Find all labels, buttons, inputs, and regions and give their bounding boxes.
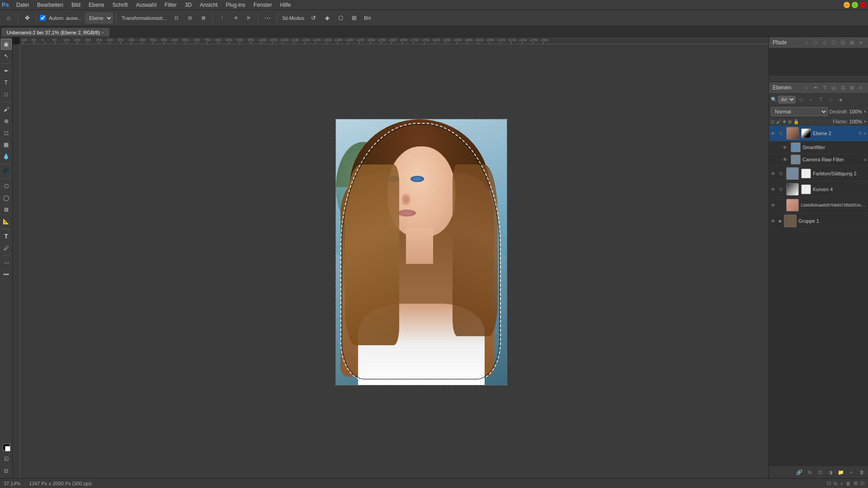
smartfilter-visibility[interactable]	[783, 145, 789, 150]
shape-tool[interactable]: □	[1, 89, 12, 100]
menu-schrift[interactable]: Schrift	[109, 1, 132, 9]
grid-button[interactable]: ⊞	[349, 12, 360, 24]
align-right-button[interactable]: ⊠	[198, 12, 209, 24]
maximize-button[interactable]: □	[852, 2, 858, 8]
layer-ebene2-visibility[interactable]	[771, 131, 777, 136]
status-fullscreen[interactable]: ⊡	[860, 480, 864, 486]
curves4-visibility[interactable]	[771, 187, 777, 192]
add-layer-btn[interactable]: +	[847, 468, 856, 477]
rotate-3d-button[interactable]: ↺	[308, 12, 320, 24]
layer-item-hue-sat[interactable]: ⛓ Farbton/Sättigung 2	[769, 166, 868, 182]
layer-select[interactable]: Ebene	[85, 13, 113, 23]
status-delete-layer[interactable]: 🗑	[846, 481, 851, 486]
status-add-layer[interactable]: +	[840, 481, 843, 486]
layer-item-smartfilter[interactable]: Smartfilter	[769, 141, 868, 154]
paths-diamond-icon[interactable]: ◇	[821, 39, 828, 46]
layers-type-dropdown[interactable]: Art	[778, 96, 796, 103]
delete-layer-btn[interactable]: 🗑	[857, 468, 866, 477]
gruppe1-expand[interactable]: ▶	[779, 219, 782, 223]
path-select-tool[interactable]: ⬡	[1, 181, 12, 192]
crop-tool[interactable]: ⊠	[1, 204, 12, 215]
gradient-tool[interactable]: ▦	[1, 139, 12, 150]
3d-tool[interactable]: ⋯	[1, 258, 12, 268]
home-button[interactable]: ⌂	[3, 12, 14, 24]
layers-icon-4[interactable]: ◎	[830, 84, 837, 91]
layers-icon-3[interactable]: T	[821, 84, 828, 91]
paths-square-icon[interactable]: □	[812, 39, 819, 46]
distribute-right-button[interactable]: ⫸	[243, 12, 255, 24]
filter-smart-btn[interactable]: ◈	[836, 95, 845, 104]
layers-icon-5[interactable]: ⊡	[839, 84, 846, 91]
layers-icon-1[interactable]: ○	[803, 84, 810, 91]
selection-tool[interactable]: ▣	[1, 39, 12, 50]
screen-mode-button[interactable]: ⊡	[1, 465, 12, 476]
clone-tool[interactable]: ⊕	[1, 116, 12, 127]
auto-select-checkbox[interactable]	[40, 15, 46, 21]
blend-mode-select[interactable]: Normal	[771, 107, 828, 116]
layers-icon-6[interactable]: ⊞	[848, 84, 855, 91]
canvas-content[interactable]	[20, 44, 769, 478]
eraser-tool[interactable]: ◻	[1, 127, 12, 138]
close-button[interactable]: ×	[860, 2, 866, 8]
paths-more-icon[interactable]: ≡	[857, 39, 864, 46]
menu-filter[interactable]: Filter	[161, 1, 180, 9]
menu-ansicht[interactable]: Ansicht	[196, 1, 221, 9]
align-center-button[interactable]: ⊟	[184, 12, 196, 24]
minimize-button[interactable]: −	[844, 2, 850, 8]
layer-item-camera-raw[interactable]: 👁 Camera Raw Filter ≡	[769, 154, 868, 166]
layer-item-hash[interactable]: 11b0d5dcae835708d472f6d3f14ca4c7	[769, 197, 868, 213]
quick-mask-button[interactable]: ◱	[1, 453, 12, 464]
layer-style-btn[interactable]: fx	[805, 468, 814, 477]
add-group-btn[interactable]: 📁	[836, 468, 845, 477]
filter-pixel-btn[interactable]: ◻	[797, 95, 806, 104]
filter-shape-btn[interactable]: □	[826, 95, 835, 104]
fill-chevron[interactable]: ▾	[864, 119, 866, 124]
opacity-chevron[interactable]: ▾	[864, 109, 866, 114]
direct-select-tool[interactable]: ↖	[1, 51, 12, 61]
layer-item-ebene2[interactable]: ⛓ Ebene 2 fx ≡	[769, 126, 868, 141]
more-options-button[interactable]: ⋯	[262, 12, 274, 24]
lock-image-btn[interactable]: 🖌	[776, 119, 781, 124]
lasso-tool[interactable]: ◯	[1, 192, 12, 203]
pen-tool[interactable]: ✒	[1, 66, 12, 76]
link-layers-btn[interactable]: 🔗	[795, 468, 804, 477]
gpu-button[interactable]: ⬡	[335, 12, 347, 24]
brush-tool[interactable]: 🖌	[1, 104, 12, 115]
status-more[interactable]: ⊞	[854, 480, 858, 486]
menu-3d[interactable]: 3D	[181, 1, 195, 9]
hue-sat-visibility[interactable]	[771, 171, 777, 176]
align-left-button[interactable]: ⊡	[170, 12, 182, 24]
lock-position-btn[interactable]: ✤	[783, 119, 786, 124]
hash-visibility[interactable]	[771, 202, 777, 208]
camera-raw-visibility[interactable]: 👁	[783, 157, 789, 162]
photo-canvas[interactable]	[335, 119, 507, 385]
camera-raw-more[interactable]: ≡	[863, 157, 866, 162]
move-tool-button[interactable]: ✤	[21, 12, 33, 24]
distribute-center-button[interactable]: ⫷	[230, 12, 241, 24]
filter-type-btn[interactable]: T	[816, 95, 826, 104]
tab-close-button[interactable]: ×	[102, 30, 104, 35]
measure-tool[interactable]: 📐	[1, 216, 12, 227]
filter-adjust-btn[interactable]: ⬦	[807, 95, 816, 104]
paths-hexagon-icon[interactable]: ⬡	[830, 39, 837, 46]
path-tool[interactable]: 🖊	[1, 243, 12, 253]
paths-fullscreen-icon[interactable]: ⊞	[848, 39, 855, 46]
add-adjustment-btn[interactable]: ◑	[826, 468, 835, 477]
document-tab[interactable]: Unbenannt-2 bei 37,1% (Ebene 2, RGB/8) ×	[2, 28, 109, 37]
menu-plugins[interactable]: Plug-ins	[222, 1, 249, 9]
add-mask-btn[interactable]: ⊡	[816, 468, 825, 477]
layer-ebene2-more[interactable]: ≡	[863, 131, 866, 136]
canvas-area[interactable]: -100-50050100150200250300350400450500550…	[13, 37, 769, 478]
layer-item-curves4[interactable]: ⛓ Kurven 4	[769, 182, 868, 197]
lock-all-btn[interactable]: 🔒	[793, 119, 799, 124]
type-tool[interactable]: T	[1, 77, 12, 88]
distribute-left-button[interactable]: ⫶	[216, 12, 228, 24]
extra-tools[interactable]: •••	[1, 269, 12, 280]
layers-icon-7[interactable]: ≡	[857, 84, 864, 91]
paths-frame-icon[interactable]: ⊡	[839, 39, 846, 46]
text-tool[interactable]: T	[1, 231, 12, 242]
foreground-color[interactable]	[3, 444, 10, 451]
burn-tool[interactable]: 🌑	[1, 166, 12, 177]
lock-artboard-btn[interactable]: ⊠	[788, 119, 792, 124]
menu-ebene[interactable]: Ebene	[85, 1, 108, 9]
